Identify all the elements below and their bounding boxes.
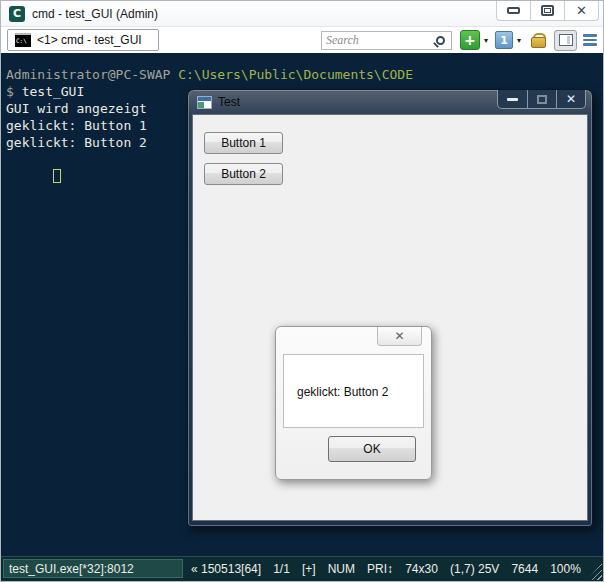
statusbar-item: [+] (302, 562, 316, 576)
test-close-button[interactable]: ✕ (556, 90, 585, 108)
close-icon: ✕ (576, 4, 587, 17)
test-window-icon (197, 96, 212, 109)
close-button[interactable]: ✕ (564, 1, 599, 21)
test-window-title: Test (218, 95, 240, 109)
statusbar-process: test_GUI.exe[*32]:8012 (3, 559, 183, 578)
statusbar-item: NUM (328, 562, 355, 576)
window-title: cmd - test_GUI (Admin) (32, 7, 158, 21)
close-icon: ✕ (394, 330, 404, 342)
conemu-window: C cmd - test_GUI (Admin) ✕ C:\ <1> cmd -… (0, 0, 604, 582)
new-console-button[interactable]: + (460, 30, 480, 50)
statusbar-item: 74x30 (405, 562, 438, 576)
resize-grip[interactable] (587, 563, 602, 580)
minimize-icon (507, 98, 518, 101)
statusbar-item: 1/1 (273, 562, 290, 576)
test-maximize-button[interactable] (527, 90, 556, 108)
cmd-icon: C:\ (15, 33, 31, 47)
test-window-titlebar[interactable]: Test ✕ (188, 90, 592, 114)
menu-icon[interactable] (583, 34, 597, 46)
tab-label: <1> cmd - test_GUI (37, 33, 142, 47)
panel-icon (559, 34, 573, 46)
close-icon: ✕ (566, 93, 576, 105)
test-window-buttons: Button 1Button 2 (204, 132, 283, 185)
maximize-button[interactable] (530, 1, 565, 21)
maximize-icon (541, 5, 554, 16)
lock-icon[interactable] (531, 33, 544, 48)
test-window-button-2[interactable]: Button 2 (204, 163, 283, 185)
terminal-cursor (53, 169, 61, 183)
dialog-message: geklickt: Button 2 (297, 385, 388, 399)
statusbar-items: « 150513[64]1/1[+]NUMPRI↕74x30(1,7) 25V7… (191, 557, 581, 581)
dialog-content: geklickt: Button 2 (283, 354, 424, 428)
minimize-button[interactable] (496, 1, 531, 21)
statusbar-item: 100% (550, 562, 581, 576)
dialog-close-button[interactable]: ✕ (377, 327, 422, 346)
titlebar[interactable]: C cmd - test_GUI (Admin) ✕ (1, 1, 603, 27)
maximize-icon (537, 95, 547, 104)
dialog-ok-button[interactable]: OK (328, 436, 416, 462)
search-placeholder: Search (326, 33, 436, 48)
search-icon (436, 36, 445, 45)
test-minimize-button[interactable] (498, 90, 527, 108)
test-window-controls: ✕ (497, 90, 586, 109)
statusbar: test_GUI.exe[*32]:8012 « 150513[64]1/1[+… (1, 556, 603, 581)
new-console-dropdown-icon[interactable]: ▾ (484, 36, 488, 45)
statusbar-item: (1,7) 25V (450, 562, 499, 576)
tab-cmd-test-gui[interactable]: C:\ <1> cmd - test_GUI (7, 29, 159, 51)
message-dialog: ✕ geklickt: Button 2 OK (275, 326, 432, 480)
statusbar-item: 7644 (511, 562, 538, 576)
terminal-line: Administrator@PC-SWAP C:\Users\Public\Do… (6, 66, 603, 83)
tab-bar: C:\ <1> cmd - test_GUI Search + ▾ 1 ▾ (1, 27, 603, 53)
search-input[interactable]: Search (321, 31, 452, 50)
test-window-button-1[interactable]: Button 1 (204, 132, 283, 154)
statusbar-item: PRI↕ (367, 562, 393, 576)
window-number-button[interactable]: 1 (495, 31, 513, 49)
window-number-dropdown-icon[interactable]: ▾ (517, 36, 521, 45)
conemu-app-icon: C (9, 6, 25, 22)
window-controls: ✕ (497, 1, 599, 21)
minimize-icon (507, 7, 520, 14)
view-toggle-button[interactable] (554, 30, 577, 51)
statusbar-item: « 150513[64] (191, 562, 261, 576)
